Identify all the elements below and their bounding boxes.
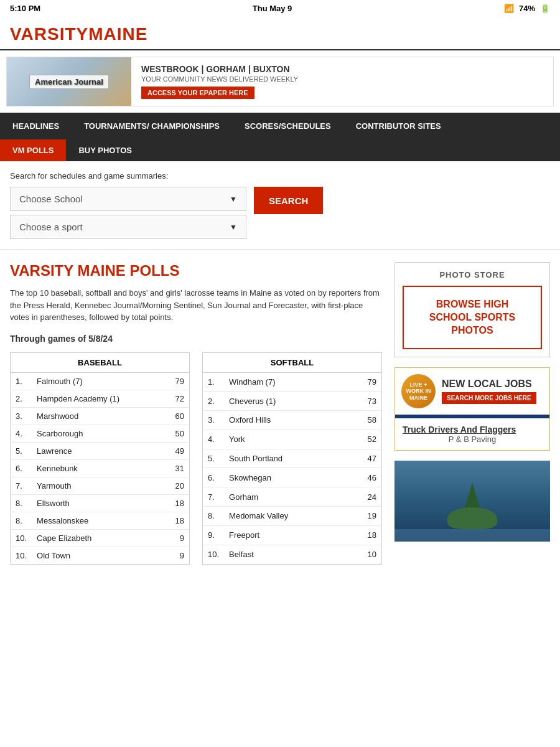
battery-text: 74%: [519, 4, 535, 13]
jobs-listing-company: P & B Paving: [403, 435, 542, 444]
table-row: 2. Cheverus (1) 73: [203, 392, 382, 411]
jobs-search-button[interactable]: SEARCH MORE JOBS HERE: [442, 392, 536, 404]
tables-row: BASEBALL 1. Falmouth (7) 79 2. Hampden A…: [10, 352, 382, 565]
school-dropdown[interactable]: Choose School ▼: [10, 187, 246, 211]
wifi-icon: 📶: [504, 4, 514, 13]
logo: VARSITYMAINE: [10, 24, 148, 44]
softball-header: SOFTBALL: [203, 352, 382, 372]
pts-cell: 79: [363, 372, 382, 392]
nav-row2: VM POLLS BUY PHOTOS: [0, 139, 560, 161]
photo-store: PHOTO STORE BROWSE HIGH SCHOOL SPORTS PH…: [394, 262, 550, 357]
team-name-cell: Gorham: [224, 487, 362, 507]
pts-cell: 10: [363, 545, 382, 564]
rank-cell: 1.: [11, 372, 32, 390]
battery-icon: 🔋: [540, 4, 550, 13]
table-row: 8. Messalonskee 18: [11, 512, 190, 529]
pts-cell: 50: [170, 425, 190, 442]
rank-cell: 1.: [203, 372, 225, 392]
pts-cell: 19: [363, 507, 382, 526]
sport-dropdown[interactable]: Choose a sport ▼: [10, 215, 246, 239]
team-name-cell: Messalonskee: [32, 512, 170, 529]
jobs-listing-title[interactable]: Truck Drivers And Flaggers: [403, 425, 542, 435]
team-name-cell: Cape Elizabeth: [32, 529, 170, 547]
nav-buy-photos[interactable]: BUY PHOTOS: [66, 139, 144, 161]
rank-cell: 4.: [203, 430, 225, 449]
pts-cell: 24: [363, 487, 382, 507]
rank-cell: 5.: [11, 442, 32, 459]
team-name-cell: York: [224, 430, 362, 449]
jobs-logo-text: LIVE + WORK IN MAINE: [401, 382, 436, 402]
polls-desc: The top 10 baseball, softball and boys' …: [10, 287, 382, 324]
banner-ad[interactable]: American Journal WESTBROOK | GORHAM | BU…: [6, 57, 554, 106]
sport-placeholder: Choose a sport: [19, 222, 83, 232]
banner-cta[interactable]: ACCESS YOUR ePAPER HERE: [141, 87, 254, 99]
photo-store-button[interactable]: BROWSE HIGH SCHOOL SPORTS PHOTOS: [403, 286, 542, 349]
polls-title: VARSITY MAINE POLLS: [10, 262, 382, 280]
nav-contributor[interactable]: CONTRIBUTOR SITES: [343, 113, 454, 139]
pts-cell: 18: [363, 525, 382, 545]
pts-cell: 47: [363, 449, 382, 468]
table-row: 2. Hampden Academy (1) 72: [11, 390, 190, 407]
table-row: 1. Windham (7) 79: [203, 372, 382, 392]
softball-table: SOFTBALL 1. Windham (7) 79 2. Cheverus (…: [202, 352, 382, 565]
nav-headlines[interactable]: HEADLINES: [0, 113, 72, 139]
team-name-cell: Freeport: [224, 525, 362, 545]
baseball-header: BASEBALL: [11, 352, 190, 372]
team-name-cell: Yarmouth: [32, 477, 170, 494]
status-time: 5:10 PM: [10, 4, 40, 13]
rank-cell: 5.: [203, 449, 225, 468]
nav-tournaments[interactable]: TOURNAMENTS/ CHAMPIONSHIPS: [72, 113, 232, 139]
table-row: 3. Oxford Hills 58: [203, 411, 382, 430]
team-name-cell: Skowhegan: [224, 468, 362, 487]
jobs-ad[interactable]: LIVE + WORK IN MAINE NEW LOCAL JOBS SEAR…: [394, 367, 550, 451]
pts-cell: 18: [170, 512, 190, 529]
dropdown-group: Choose School ▼ Choose a sport ▼: [10, 187, 246, 239]
content-left: VARSITY MAINE POLLS The top 10 baseball,…: [10, 262, 394, 565]
rank-cell: 8.: [203, 507, 225, 526]
nav-vm-polls[interactable]: VM POLLS: [0, 139, 66, 161]
team-name-cell: Ellsworth: [32, 494, 170, 512]
site-logo: VARSITYMAINE: [10, 24, 550, 44]
banner-subtagline: YOUR COMMUNITY NEWS DELIVERED WEEKLY: [141, 75, 543, 83]
rank-cell: 7.: [203, 487, 225, 507]
team-name-cell: Cheverus (1): [224, 392, 362, 411]
team-name-cell: Medomak Valley: [224, 507, 362, 526]
pts-cell: 46: [363, 468, 382, 487]
table-row: 8. Medomak Valley 19: [203, 507, 382, 526]
rank-cell: 8.: [11, 512, 32, 529]
water-reflection: [394, 529, 550, 542]
team-name-cell: Lawrence: [32, 442, 170, 459]
status-date: Thu May 9: [253, 4, 292, 13]
school-placeholder: Choose School: [19, 194, 83, 204]
team-name-cell: Oxford Hills: [224, 411, 362, 430]
team-name-cell: Old Town: [32, 547, 170, 564]
polls-date: Through games of 5/8/24: [10, 334, 382, 344]
main-content: VARSITY MAINE POLLS The top 10 baseball,…: [0, 250, 560, 577]
pts-cell: 73: [363, 392, 382, 411]
rank-cell: 6.: [11, 459, 32, 477]
photo-store-title: PHOTO STORE: [403, 270, 542, 280]
search-button[interactable]: SEARCH: [254, 187, 323, 214]
table-row: 7. Gorham 24: [203, 487, 382, 507]
table-row: 7. Yarmouth 20: [11, 477, 190, 494]
table-row: 10. Belfast 10: [203, 545, 382, 564]
main-nav: HEADLINES TOURNAMENTS/ CHAMPIONSHIPS SCO…: [0, 113, 560, 161]
table-row: 1. Falmouth (7) 79: [11, 372, 190, 390]
table-row: 8. Ellsworth 18: [11, 494, 190, 512]
rank-cell: 3.: [11, 407, 32, 425]
sport-arrow-icon: ▼: [230, 223, 237, 232]
jobs-listing: Truck Drivers And Flaggers P & B Paving: [395, 418, 549, 450]
table-row: 4. York 52: [203, 430, 382, 449]
team-name-cell: Falmouth (7): [32, 372, 170, 390]
logo-text2: MAINE: [88, 24, 147, 44]
pts-cell: 31: [170, 459, 190, 477]
rank-cell: 10.: [11, 529, 32, 547]
nav-scores[interactable]: SCORES/SCHEDULES: [232, 113, 343, 139]
rank-cell: 8.: [11, 494, 32, 512]
status-bar: 5:10 PM Thu May 9 📶 74% 🔋: [0, 0, 560, 17]
pts-cell: 9: [170, 547, 190, 564]
jobs-title: NEW LOCAL JOBS: [442, 378, 543, 390]
rank-cell: 9.: [203, 525, 225, 545]
rank-cell: 10.: [203, 545, 225, 564]
rank-cell: 7.: [11, 477, 32, 494]
